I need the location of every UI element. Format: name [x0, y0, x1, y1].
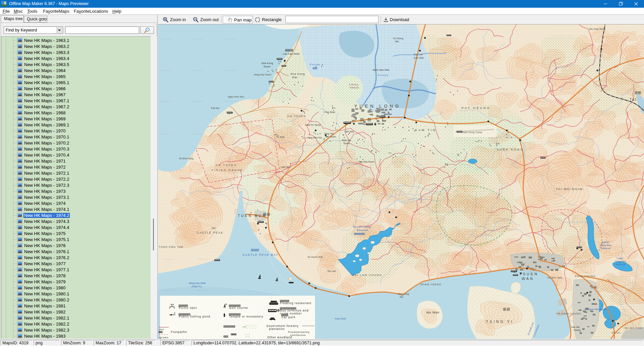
svg-text:SHEK KONG: SHEK KONG — [497, 148, 524, 151]
svg-text:Shek Kong Camp: Shek Kong Camp — [462, 131, 482, 134]
svg-text:Kau Wa: Kau Wa — [571, 326, 580, 328]
svg-text:plantation: plantation — [269, 327, 285, 331]
svg-text:Reservoir: Reservoir — [357, 229, 368, 232]
svg-text:Reservoir: Reservoir — [601, 247, 611, 249]
svg-text:FIRING RANGE: FIRING RANGE — [212, 169, 243, 172]
svg-text:Floating restaurant: Floating restaurant — [280, 301, 312, 305]
svg-text:Ngau Hom Sha: Ngau Hom Sha — [228, 96, 244, 98]
svg-text:rgrown: rgrown — [159, 336, 168, 339]
svg-text:HA TSUEN: HA TSUEN — [287, 115, 306, 118]
svg-text:Tai Shui Hang: Tai Shui Hang — [179, 157, 194, 160]
svg-text:Picnic spot: Picnic spot — [179, 306, 197, 309]
svg-text:Siu Lam: Siu Lam — [327, 270, 336, 272]
svg-text:Lam Hau: Lam Hau — [344, 130, 354, 133]
svg-text:Temple or monastery: Temple or monastery — [229, 315, 263, 318]
svg-text:HA TSUEN: HA TSUEN — [216, 164, 237, 167]
svg-text:San Wai: San Wai — [414, 56, 424, 59]
svg-text:SO UK: SO UK — [611, 332, 621, 334]
svg-text:Mong Hau Shek: Mong Hau Shek — [189, 282, 206, 285]
svg-text:KAM TIN: KAM TIN — [415, 128, 436, 132]
svg-text:(Pillar Pt.): (Pillar Pt.) — [192, 285, 202, 288]
svg-text:Footpaths: Footpaths — [171, 330, 187, 334]
svg-text:TSUEN: TSUEN — [519, 272, 538, 276]
svg-text:Keung: Keung — [574, 329, 581, 332]
svg-text:Wai: Wai — [395, 40, 399, 43]
svg-text:FIRING: FIRING — [349, 83, 359, 86]
svg-text:Hung Shui Kiu: Hung Shui Kiu — [307, 136, 322, 139]
svg-text:Lau Fau Shan: Lau Fau Shan — [283, 52, 300, 55]
svg-text:Tau: Tau — [399, 296, 403, 298]
svg-text:Tsuen: Tsuen — [343, 142, 350, 145]
svg-text:Kowloon Reservoirs: Kowloon Reservoirs — [585, 308, 607, 311]
svg-text:16: 16 — [277, 310, 279, 311]
svg-text:San Tsuen: San Tsuen — [325, 135, 336, 138]
svg-text:TAI-MO-SHAN: TAI-MO-SHAN — [556, 187, 583, 191]
svg-text:Ponds: Ponds — [310, 63, 321, 66]
svg-text:Wo Hop Shek: Wo Hop Shek — [589, 27, 606, 31]
svg-text:Lam Tei: Lam Tei — [281, 166, 289, 168]
svg-text:Reservoir: Reservoir — [615, 263, 626, 266]
svg-text:Ma Wan: Ma Wan — [426, 311, 439, 314]
svg-text:Shing Mun: Shing Mun — [615, 260, 626, 263]
svg-text:TSING YI: TSING YI — [486, 320, 514, 324]
svg-text:Car park: Car park — [281, 315, 296, 319]
svg-text:Shan Ha: Shan Ha — [342, 139, 351, 141]
svg-text:TAI WO PING: TAI WO PING — [624, 327, 642, 329]
svg-text:Tsing Lung: Tsing Lung — [397, 293, 409, 295]
svg-text:TAI WO HAU: TAI WO HAU — [547, 277, 562, 279]
svg-text:KWAI CHUNG: KWAI CHUNG — [575, 275, 596, 278]
svg-text:Golf course: Golf course — [229, 306, 248, 309]
svg-text:Nam San Wai: Nam San Wai — [373, 68, 389, 71]
svg-text:San Tin: San Tin — [414, 53, 423, 56]
svg-text:CASTLE PEAK BAY: CASTLE PEAK BAY — [243, 253, 278, 256]
svg-text:SHAM TSENG: SHAM TSENG — [420, 283, 441, 286]
svg-text:583: 583 — [212, 227, 216, 229]
svg-text:Ponds: Ponds — [378, 74, 389, 77]
svg-text:Tai Lam Chung: Tai Lam Chung — [353, 225, 371, 228]
svg-text:Pak Nai: Pak Nai — [211, 107, 219, 109]
svg-text:HA KWAI CHUNG: HA KWAI CHUNG — [556, 312, 581, 315]
svg-text:Kwai Shek: Kwai Shek — [335, 318, 346, 320]
svg-text:PAT HEUNG: PAT HEUNG — [462, 106, 491, 110]
svg-text:coniferous: coniferous — [290, 334, 306, 337]
svg-text:Wai: Wai — [292, 76, 298, 79]
svg-text:YUEN LONG: YUEN LONG — [354, 104, 401, 109]
svg-text:TUEN MUN: TUEN MUN — [238, 214, 266, 218]
svg-text:Pak Sha Tsuen: Pak Sha Tsuen — [359, 161, 374, 163]
svg-text:Hang Hau Tsuen: Hang Hau Tsuen — [254, 73, 271, 76]
svg-text:Ping Shan: Ping Shan — [324, 111, 335, 114]
svg-text:^ ^ ^ ^: ^ ^ ^ ^ — [245, 336, 250, 338]
svg-text:Lower: Lower — [617, 257, 624, 260]
svg-text:Tin Sam: Tin Sam — [276, 136, 285, 138]
svg-text:WAN: WAN — [522, 277, 534, 281]
svg-text:TAI LAM CHUNG: TAI LAM CHUNG — [353, 274, 382, 277]
svg-text:Sha Kong: Sha Kong — [290, 72, 305, 75]
svg-text:Tsuen: Tsuen — [263, 65, 270, 68]
svg-text:Sha Kong: Sha Kong — [261, 62, 273, 65]
svg-text:Public fishing pond: Public fishing pond — [179, 315, 210, 318]
svg-text:CASTLE PEAK: CASTLE PEAK — [197, 231, 223, 234]
svg-text:Other woodland: Other woodland — [267, 336, 292, 339]
svg-text:TONG KWU TAN: TONG KWU TAN — [159, 245, 183, 248]
svg-text:inor: inor — [159, 328, 164, 331]
svg-text:Predominantly: Predominantly — [288, 331, 310, 334]
svg-text:Shing Mun: Shing Mun — [600, 244, 611, 247]
svg-text:RANGE: RANGE — [350, 86, 359, 89]
svg-text:Tai Shang: Tai Shang — [393, 37, 403, 40]
svg-text:So Kwun Wat: So Kwun Wat — [308, 255, 323, 258]
svg-text:Shek Po Tsuen: Shek Po Tsuen — [305, 124, 321, 126]
svg-text:Tong Yan: Tong Yan — [324, 132, 334, 135]
svg-text:Jubilee: Jubilee — [601, 241, 609, 243]
svg-text:TAI: TAI — [630, 98, 637, 102]
